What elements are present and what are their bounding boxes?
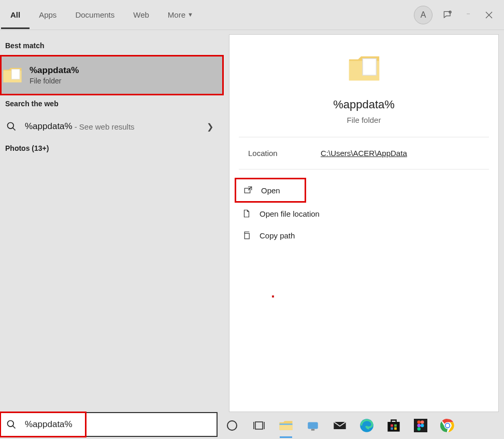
web-result-query: %appdata% (25, 121, 73, 132)
location-value[interactable]: C:\Users\ACER\AppData (321, 149, 407, 158)
file-explorer-icon[interactable] (276, 415, 296, 436)
svg-rect-15 (255, 422, 263, 429)
svg-rect-9 (363, 59, 376, 75)
header-actions: A (414, 6, 503, 24)
svg-point-35 (446, 424, 450, 428)
search-input[interactable] (25, 419, 212, 430)
folder-icon (346, 50, 382, 87)
svg-point-3 (469, 13, 470, 14)
copy-path-action[interactable]: Copy path (235, 224, 493, 246)
svg-point-7 (8, 123, 14, 129)
feedback-icon[interactable] (442, 9, 453, 21)
taskbar (218, 412, 504, 439)
user-avatar[interactable]: A (414, 6, 433, 24)
copy-path-label: Copy path (260, 231, 295, 240)
chevron-right-icon: ❯ (207, 122, 219, 132)
svg-rect-6 (11, 69, 20, 79)
svg-point-29 (421, 420, 424, 424)
location-label: Location (248, 149, 321, 158)
edge-icon[interactable] (356, 415, 377, 436)
svg-point-2 (468, 13, 469, 14)
svg-point-31 (421, 424, 424, 428)
microsoft-store-icon[interactable] (383, 415, 404, 436)
copy-icon (241, 230, 252, 241)
detail-location-row: Location C:\Users\ACER\AppData (239, 137, 489, 169)
detail-actions: Open Open file location Copy path (229, 169, 498, 254)
svg-line-8 (13, 128, 16, 131)
web-result-hint: - See web results (75, 122, 135, 131)
detail-column: %appdata% File folder Location C:\Users\… (224, 30, 504, 412)
search-icon (5, 120, 18, 133)
open-file-location-action[interactable]: Open file location (235, 203, 493, 224)
svg-rect-11 (244, 233, 249, 239)
search-icon (5, 418, 18, 431)
search-results-column: Best match %appdata% File folder Search … (0, 30, 224, 412)
best-match-header: Best match (0, 37, 224, 55)
svg-point-28 (417, 420, 421, 424)
tab-more-label: More (168, 10, 185, 19)
svg-line-13 (13, 426, 16, 429)
detail-card: %appdata% File folder Location C:\Users\… (229, 34, 499, 412)
detail-subtitle: File folder (347, 116, 381, 124)
detail-hero: %appdata% File folder (239, 35, 489, 137)
svg-rect-23 (391, 424, 393, 427)
open-icon (242, 185, 254, 196)
best-match-subtitle: File folder (30, 77, 79, 85)
tab-more[interactable]: More ▼ (159, 1, 203, 29)
open-action[interactable]: Open (235, 178, 306, 203)
svg-rect-19 (308, 422, 318, 429)
svg-rect-25 (391, 428, 393, 430)
svg-point-32 (417, 427, 421, 431)
open-file-location-label: Open file location (260, 209, 320, 218)
cortana-icon[interactable] (222, 415, 242, 436)
mail-icon[interactable] (329, 415, 350, 436)
taskbar-search-bar[interactable] (0, 412, 218, 437)
annotation-dot (272, 295, 274, 298)
tab-all[interactable]: All (1, 1, 30, 29)
figma-icon[interactable] (410, 415, 431, 436)
chevron-down-icon: ▼ (188, 11, 193, 18)
file-location-icon (241, 208, 252, 219)
svg-rect-26 (394, 428, 397, 430)
tab-web[interactable]: Web (124, 1, 159, 29)
detail-title: %appdata% (333, 98, 395, 111)
svg-rect-18 (280, 423, 293, 425)
svg-point-1 (467, 13, 468, 14)
open-action-label: Open (261, 186, 280, 195)
task-view-icon[interactable] (249, 415, 269, 436)
search-body: Best match %appdata% File folder Search … (0, 30, 504, 412)
web-result-row[interactable]: %appdata% - See web results ❯ (0, 113, 224, 140)
chrome-icon[interactable] (437, 415, 458, 436)
folder-icon (2, 64, 23, 86)
svg-point-12 (8, 421, 14, 427)
search-web-header: Search the web (0, 95, 224, 113)
search-tabs-header: All Apps Documents Web More ▼ A (0, 0, 504, 30)
settings-app-icon[interactable] (303, 415, 323, 436)
svg-point-30 (417, 424, 421, 428)
best-match-result[interactable]: %appdata% File folder (0, 55, 224, 95)
tab-documents[interactable]: Documents (66, 1, 124, 29)
close-icon[interactable] (483, 9, 495, 21)
tab-apps[interactable]: Apps (30, 1, 66, 29)
svg-point-14 (227, 421, 237, 430)
photos-header[interactable]: Photos (13+) (0, 140, 224, 158)
search-bar-wrap (0, 412, 218, 439)
search-filter-tabs: All Apps Documents Web More ▼ (1, 1, 414, 29)
best-match-text: %appdata% File folder (30, 65, 79, 85)
svg-rect-22 (387, 422, 399, 432)
more-options-icon[interactable] (463, 9, 474, 21)
best-match-title: %appdata% (30, 65, 79, 76)
start-search-panel: All Apps Documents Web More ▼ A Best mat… (0, 0, 504, 412)
svg-rect-20 (311, 429, 315, 431)
svg-rect-24 (394, 424, 397, 427)
